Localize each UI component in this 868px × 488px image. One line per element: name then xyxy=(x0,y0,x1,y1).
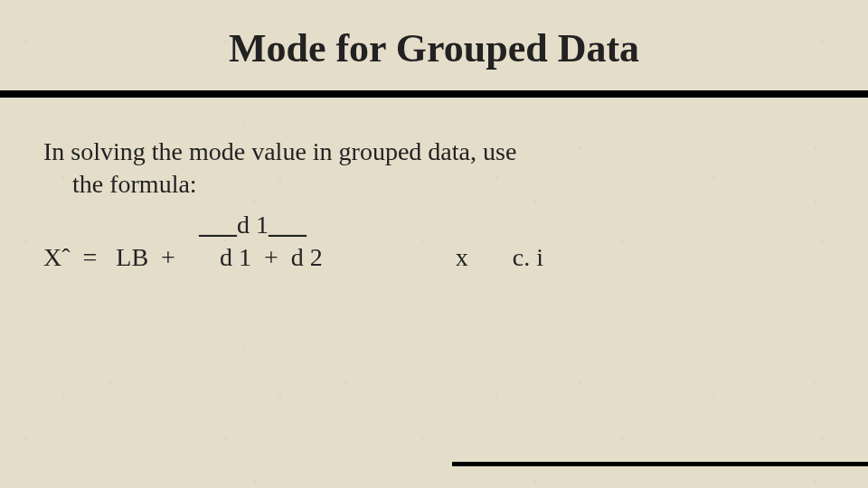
footer-rule xyxy=(452,462,868,466)
num-d1: d 1 xyxy=(237,211,269,239)
num-post-underscore: ___ xyxy=(269,211,307,239)
slide-body: In solving the mode value in grouped dat… xyxy=(43,136,825,290)
mode-formula: ___d 1___ Xˆ = LB + d 1 + d 2 x c. i xyxy=(43,209,825,290)
slide-title: Mode for Grouped Data xyxy=(0,25,868,71)
title-underline-bar xyxy=(0,90,868,98)
formula-numerator: ___d 1___ xyxy=(199,209,307,241)
formula-row: Xˆ = LB + d 1 + d 2 x c. i xyxy=(43,241,543,274)
intro-line-2: the formula: xyxy=(43,168,825,201)
intro-line-1: In solving the mode value in grouped dat… xyxy=(43,136,825,168)
num-pre-underscore: ___ xyxy=(199,211,237,239)
